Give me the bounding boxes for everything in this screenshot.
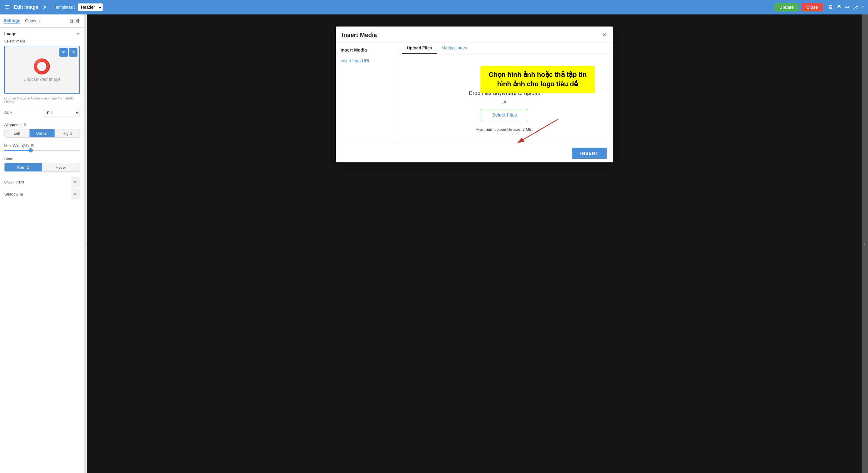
css-filters-row: CSS Filters ✏ (4, 178, 80, 187)
history-icon[interactable]: ↩ (845, 4, 849, 10)
tab-settings[interactable]: Settings (4, 18, 20, 24)
insert-from-url-item[interactable]: Insert from URL (336, 56, 396, 66)
slider-thumb[interactable] (29, 148, 33, 152)
arrow-annotation (493, 114, 565, 144)
desktop-icon[interactable]: 🖥 (828, 4, 833, 10)
insert-button[interactable]: INSERT (572, 148, 607, 159)
modal-header: Insert Media ✕ (336, 27, 613, 42)
templates-select[interactable]: Header Footer Sidebar (78, 3, 103, 11)
close-panel-icon[interactable]: ✕ (41, 3, 48, 12)
left-sidebar: Settings Options ⧉ 🗑 Image ▼ Select Imag… (0, 14, 84, 473)
modal-close-button[interactable]: ✕ (602, 31, 607, 38)
sidebar-resize-handle[interactable]: ‹› (84, 14, 87, 473)
or-text: or (503, 99, 506, 104)
slider-track[interactable] (4, 150, 80, 151)
max-width-monitor-icon: 🖥 (30, 144, 34, 148)
update-button[interactable]: Update (775, 3, 798, 11)
shadow-label: Shadow 🖥 (4, 192, 24, 196)
more-icon[interactable]: ≡ (862, 4, 864, 10)
state-section: State Normal Hover (4, 157, 80, 172)
state-label: State (4, 157, 80, 161)
tab-media-library[interactable]: Media Library (437, 42, 472, 54)
tab-upload-files[interactable]: Upload Files (402, 42, 437, 54)
section-arrow-icon[interactable]: ▼ (76, 32, 80, 36)
align-center-button[interactable]: Center (30, 129, 55, 137)
menu-icon[interactable]: ☰ (4, 3, 11, 12)
max-width-section: Max Width(%) 🖥 (4, 144, 80, 151)
align-left-button[interactable]: Left (4, 129, 30, 137)
state-hover-button[interactable]: Hover (42, 163, 80, 171)
image-delete-button[interactable]: 🗑 (69, 48, 78, 57)
modal-title: Insert Media (342, 32, 377, 38)
close-button[interactable]: Close (802, 3, 823, 11)
shadow-row: Shadow 🖥 ✏ (4, 189, 80, 198)
size-row: Size Full Large Medium Thumbnail (4, 109, 80, 117)
img-help-text: Drop an Image or Choose an image from Me… (4, 96, 80, 104)
alignment-label: Alignment 🖥 (4, 123, 80, 127)
select-image-label: Select Image (4, 39, 80, 43)
align-right-button[interactable]: Right (55, 129, 80, 137)
page-title: Edit Image (14, 4, 38, 10)
placeholder-icon: ⭕ (33, 58, 51, 75)
image-view-button[interactable]: 👁 (59, 48, 68, 57)
placeholder-text: Choose Your Image (24, 77, 61, 82)
main-layout: Settings Options ⧉ 🗑 Image ▼ Select Imag… (0, 14, 868, 473)
templates-section: Templates : Header Footer Sidebar (54, 3, 103, 11)
size-select[interactable]: Full Large Medium Thumbnail (44, 109, 80, 117)
insert-media-modal: Insert Media ✕ Insert Media Insert from … (336, 27, 613, 162)
state-normal-button[interactable]: Normal (4, 163, 42, 171)
modal-content: Chọn hình ảnh hoặc thả tập tin hình ảnh … (396, 54, 613, 144)
css-filters-label: CSS Filters (4, 180, 24, 184)
shadow-edit-button[interactable]: ✏ (71, 189, 80, 198)
shadow-monitor-icon: 🖥 (20, 192, 24, 196)
sidebar-tabs: Settings Options ⧉ 🗑 (0, 14, 84, 28)
templates-label: Templates : (54, 5, 75, 10)
modal-sidebar-title: Insert Media (336, 47, 396, 56)
css-filters-edit-button[interactable]: ✏ (71, 178, 80, 187)
tree-icon[interactable]: ⎇ (852, 4, 858, 10)
state-buttons: Normal Hover (4, 163, 80, 172)
image-placeholder: ⭕ Choose Your Image (24, 58, 61, 82)
modal-main: Upload Files Media Library Chọn hình ảnh… (396, 42, 613, 144)
eye-icon[interactable]: 👁 (837, 4, 841, 10)
modal-footer: INSERT (336, 144, 613, 162)
delete-icon[interactable]: 🗑 (76, 19, 81, 24)
modal-backdrop: Insert Media ✕ Insert Media Insert from … (87, 14, 862, 473)
alignment-monitor-icon: 🖥 (23, 123, 27, 127)
slider-fill (4, 150, 31, 151)
image-section: Image ▼ Select Image 👁 🗑 ⭕ Choose Your I… (0, 28, 84, 205)
tab-options[interactable]: Options (25, 19, 39, 24)
section-title-image: Image ▼ (4, 31, 80, 36)
copy-icon[interactable]: ⧉ (70, 19, 73, 24)
alignment-section: Alignment 🖥 Left Center Right (4, 123, 80, 138)
modal-tabs: Upload Files Media Library (396, 42, 613, 54)
section-image-label: Image (4, 31, 16, 36)
image-preview-box[interactable]: 👁 🗑 ⭕ Choose Your Image (4, 46, 80, 94)
svg-line-1 (519, 119, 558, 142)
image-actions: 👁 🗑 (59, 48, 78, 57)
modal-sidebar: Insert Media Insert from URL (336, 42, 396, 144)
tooltip-annotation: Chọn hình ảnh hoặc thả tập tin hình ảnh … (480, 66, 595, 93)
size-label: Size (4, 111, 12, 115)
alignment-buttons: Left Center Right (4, 129, 80, 138)
top-bar: ☰ Edit Image ✕ Templates : Header Footer… (0, 0, 868, 14)
modal-body: Insert Media Insert from URL Upload File… (336, 42, 613, 144)
content-area: Insert Media ✕ Insert Media Insert from … (87, 14, 862, 473)
right-panel-collapse[interactable]: › (862, 14, 868, 473)
top-bar-icons: 🖥 👁 ↩ ⎇ ≡ (828, 4, 864, 10)
max-width-label: Max Width(%) 🖥 (4, 144, 80, 148)
